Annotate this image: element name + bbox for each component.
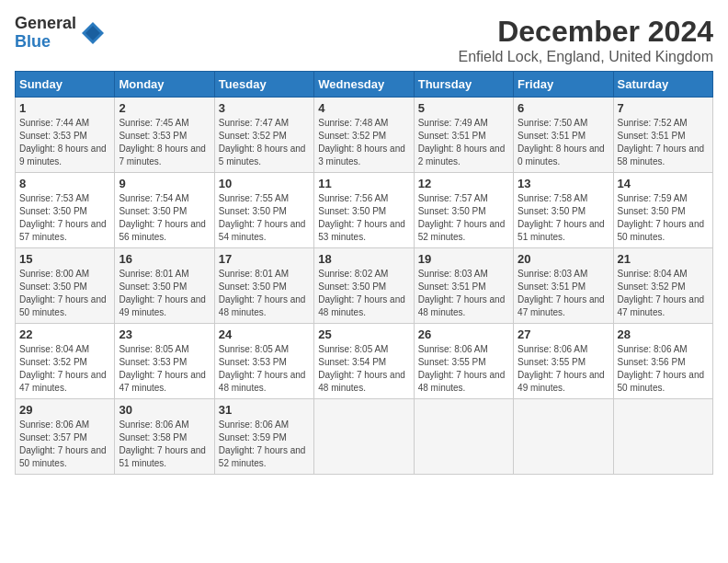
calendar-cell: 28Sunrise: 8:06 AMSunset: 3:56 PMDayligh…: [613, 324, 712, 399]
calendar-cell: 14Sunrise: 7:59 AMSunset: 3:50 PMDayligh…: [613, 173, 712, 248]
day-info: Sunrise: 7:50 AMSunset: 3:51 PMDaylight:…: [518, 117, 609, 168]
calendar-cell: 15Sunrise: 8:00 AMSunset: 3:50 PMDayligh…: [16, 248, 115, 324]
calendar-header: SundayMondayTuesdayWednesdayThursdayFrid…: [16, 72, 713, 98]
day-number: 29: [19, 403, 110, 417]
calendar-body: 1Sunrise: 7:44 AMSunset: 3:53 PMDaylight…: [16, 98, 713, 475]
day-number: 2: [119, 101, 210, 115]
day-number: 19: [418, 252, 509, 266]
calendar-cell: 18Sunrise: 8:02 AMSunset: 3:50 PMDayligh…: [314, 248, 414, 324]
day-info: Sunrise: 7:58 AMSunset: 3:50 PMDaylight:…: [518, 192, 609, 244]
column-header-friday: Friday: [514, 72, 613, 98]
day-info: Sunrise: 7:54 AMSunset: 3:50 PMDaylight:…: [119, 192, 210, 244]
day-number: 15: [19, 252, 110, 266]
calendar-cell: 24Sunrise: 8:05 AMSunset: 3:53 PMDayligh…: [214, 324, 313, 399]
day-info: Sunrise: 7:57 AMSunset: 3:50 PMDaylight:…: [418, 192, 509, 244]
column-header-saturday: Saturday: [613, 72, 712, 98]
logo: General Blue: [15, 15, 106, 52]
day-number: 14: [618, 177, 709, 190]
calendar-cell: 17Sunrise: 8:01 AMSunset: 3:50 PMDayligh…: [214, 248, 313, 324]
day-info: Sunrise: 7:52 AMSunset: 3:51 PMDaylight:…: [618, 117, 709, 168]
subtitle: Enfield Lock, England, United Kingdom: [458, 49, 713, 65]
page-header: General Blue December 2024 Enfield Lock,…: [15, 15, 713, 65]
calendar-cell: 10Sunrise: 7:55 AMSunset: 3:50 PMDayligh…: [214, 173, 313, 248]
day-info: Sunrise: 7:59 AMSunset: 3:50 PMDaylight:…: [618, 192, 709, 244]
calendar-cell: 13Sunrise: 7:58 AMSunset: 3:50 PMDayligh…: [514, 173, 613, 248]
day-info: Sunrise: 8:05 AMSunset: 3:54 PMDaylight:…: [318, 343, 409, 395]
calendar-cell: 3Sunrise: 7:47 AMSunset: 3:52 PMDaylight…: [214, 98, 313, 173]
calendar-cell: 2Sunrise: 7:45 AMSunset: 3:53 PMDaylight…: [115, 98, 214, 173]
day-number: 21: [618, 252, 709, 266]
column-header-tuesday: Tuesday: [214, 72, 313, 98]
day-info: Sunrise: 8:02 AMSunset: 3:50 PMDaylight:…: [318, 268, 409, 319]
day-number: 9: [119, 177, 210, 190]
day-info: Sunrise: 7:49 AMSunset: 3:51 PMDaylight:…: [418, 117, 509, 168]
day-info: Sunrise: 7:55 AMSunset: 3:50 PMDaylight:…: [219, 192, 310, 244]
day-info: Sunrise: 8:06 AMSunset: 3:55 PMDaylight:…: [518, 343, 609, 395]
day-number: 7: [618, 101, 709, 115]
day-number: 22: [19, 327, 110, 341]
day-info: Sunrise: 7:44 AMSunset: 3:53 PMDaylight:…: [19, 117, 110, 168]
calendar-cell: 12Sunrise: 7:57 AMSunset: 3:50 PMDayligh…: [414, 173, 513, 248]
day-info: Sunrise: 8:05 AMSunset: 3:53 PMDaylight:…: [119, 343, 210, 395]
day-number: 26: [418, 327, 509, 341]
day-info: Sunrise: 7:48 AMSunset: 3:52 PMDaylight:…: [318, 117, 409, 168]
calendar-cell: 9Sunrise: 7:54 AMSunset: 3:50 PMDaylight…: [115, 173, 214, 248]
day-number: 27: [518, 327, 609, 341]
day-number: 30: [119, 403, 210, 417]
day-number: 16: [119, 252, 210, 266]
column-header-sunday: Sunday: [16, 72, 115, 98]
calendar-cell: [514, 399, 613, 475]
day-info: Sunrise: 7:53 AMSunset: 3:50 PMDaylight:…: [19, 192, 110, 244]
calendar-week-2: 8Sunrise: 7:53 AMSunset: 3:50 PMDaylight…: [16, 173, 713, 248]
day-number: 6: [518, 101, 609, 115]
day-info: Sunrise: 8:06 AMSunset: 3:56 PMDaylight:…: [618, 343, 709, 395]
calendar-cell: 8Sunrise: 7:53 AMSunset: 3:50 PMDaylight…: [16, 173, 115, 248]
day-info: Sunrise: 8:04 AMSunset: 3:52 PMDaylight:…: [618, 268, 709, 319]
day-info: Sunrise: 8:06 AMSunset: 3:59 PMDaylight:…: [219, 419, 310, 470]
day-number: 5: [418, 101, 509, 115]
day-info: Sunrise: 7:45 AMSunset: 3:53 PMDaylight:…: [119, 117, 210, 168]
day-info: Sunrise: 7:56 AMSunset: 3:50 PMDaylight:…: [318, 192, 409, 244]
day-number: 4: [318, 101, 409, 115]
calendar-cell: 20Sunrise: 8:03 AMSunset: 3:51 PMDayligh…: [514, 248, 613, 324]
day-info: Sunrise: 8:06 AMSunset: 3:55 PMDaylight:…: [418, 343, 509, 395]
calendar-cell: 19Sunrise: 8:03 AMSunset: 3:51 PMDayligh…: [414, 248, 513, 324]
column-header-monday: Monday: [115, 72, 214, 98]
calendar-cell: 30Sunrise: 8:06 AMSunset: 3:58 PMDayligh…: [115, 399, 214, 475]
column-header-thursday: Thursday: [414, 72, 513, 98]
day-number: 13: [518, 177, 609, 190]
calendar-cell: [314, 399, 414, 475]
calendar-week-4: 22Sunrise: 8:04 AMSunset: 3:52 PMDayligh…: [16, 324, 713, 399]
calendar-cell: 11Sunrise: 7:56 AMSunset: 3:50 PMDayligh…: [314, 173, 414, 248]
day-number: 17: [219, 252, 310, 266]
column-header-wednesday: Wednesday: [314, 72, 414, 98]
calendar-cell: 21Sunrise: 8:04 AMSunset: 3:52 PMDayligh…: [613, 248, 712, 324]
day-number: 31: [219, 403, 310, 417]
calendar-cell: 31Sunrise: 8:06 AMSunset: 3:59 PMDayligh…: [214, 399, 313, 475]
day-number: 18: [318, 252, 409, 266]
day-info: Sunrise: 8:06 AMSunset: 3:58 PMDaylight:…: [119, 419, 210, 470]
day-info: Sunrise: 8:03 AMSunset: 3:51 PMDaylight:…: [418, 268, 509, 319]
calendar-cell: 4Sunrise: 7:48 AMSunset: 3:52 PMDaylight…: [314, 98, 414, 173]
main-title: December 2024: [458, 15, 713, 49]
day-number: 25: [318, 327, 409, 341]
day-number: 10: [219, 177, 310, 190]
day-info: Sunrise: 7:47 AMSunset: 3:52 PMDaylight:…: [219, 117, 310, 168]
calendar-cell: 27Sunrise: 8:06 AMSunset: 3:55 PMDayligh…: [514, 324, 613, 399]
calendar-week-5: 29Sunrise: 8:06 AMSunset: 3:57 PMDayligh…: [16, 399, 713, 475]
day-number: 23: [119, 327, 210, 341]
day-info: Sunrise: 8:06 AMSunset: 3:57 PMDaylight:…: [19, 419, 110, 470]
day-info: Sunrise: 8:01 AMSunset: 3:50 PMDaylight:…: [219, 268, 310, 319]
day-number: 24: [219, 327, 310, 341]
day-info: Sunrise: 8:03 AMSunset: 3:51 PMDaylight:…: [518, 268, 609, 319]
calendar-cell: 5Sunrise: 7:49 AMSunset: 3:51 PMDaylight…: [414, 98, 513, 173]
calendar-cell: 26Sunrise: 8:06 AMSunset: 3:55 PMDayligh…: [414, 324, 513, 399]
day-number: 1: [19, 101, 110, 115]
day-number: 20: [518, 252, 609, 266]
day-info: Sunrise: 8:04 AMSunset: 3:52 PMDaylight:…: [19, 343, 110, 395]
calendar-cell: 23Sunrise: 8:05 AMSunset: 3:53 PMDayligh…: [115, 324, 214, 399]
day-info: Sunrise: 8:05 AMSunset: 3:53 PMDaylight:…: [219, 343, 310, 395]
day-number: 3: [219, 101, 310, 115]
day-number: 12: [418, 177, 509, 190]
calendar-cell: 6Sunrise: 7:50 AMSunset: 3:51 PMDaylight…: [514, 98, 613, 173]
